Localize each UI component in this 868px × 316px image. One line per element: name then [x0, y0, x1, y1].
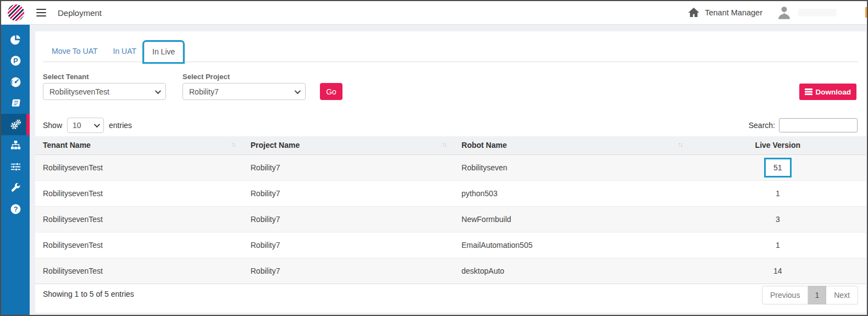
search-label: Search: [749, 121, 775, 130]
user-avatar-icon[interactable] [777, 5, 792, 20]
app-window: Deployment Tenant Manager P [0, 0, 868, 316]
app-logo [6, 3, 26, 22]
cell-tenant: RobilitysevenTest [35, 206, 243, 232]
project-select-value: Robility7 [189, 87, 219, 96]
entries-label: entries [109, 121, 132, 130]
sidebar-item-help[interactable]: ? [1, 198, 30, 220]
cell-robot: EmailAutomation505 [454, 232, 690, 258]
cell-project: Robility7 [243, 232, 454, 258]
sort-icon[interactable]: ↑↓ [678, 141, 682, 148]
table-header-row: Tenant Name↑↓ Project Name↑↓ Robot Name↑… [35, 136, 866, 154]
tenant-select[interactable]: RobilitysevenTest [43, 83, 166, 100]
page-size-value: 10 [73, 121, 81, 130]
show-label: Show [43, 121, 62, 130]
cell-tenant: RobilitysevenTest [35, 258, 243, 284]
wrench-icon [10, 182, 21, 193]
cell-version: 1 [690, 232, 866, 258]
cell-version: 1 [690, 180, 866, 206]
active-item-accent-bar [26, 114, 30, 135]
table-row[interactable]: RobilitysevenTest Robility7 Robilityseve… [35, 154, 866, 180]
page-size-select[interactable]: 10 [67, 118, 104, 133]
tab-move-to-uat[interactable]: Move To UAT [44, 42, 106, 62]
download-button[interactable]: Download [799, 84, 857, 100]
pagination: Previous 1 Next [762, 286, 858, 304]
home-icon[interactable] [688, 7, 700, 18]
search-control: Search: [749, 118, 858, 132]
column-header-live-version[interactable]: Live Version [690, 136, 866, 154]
download-button-label: Download [816, 88, 852, 96]
cell-tenant: RobilitysevenTest [35, 232, 243, 258]
cell-project: Robility7 [243, 258, 454, 284]
circle-p-icon: P [10, 55, 21, 66]
cell-version: 14 [690, 258, 866, 284]
clipped-edge-element [865, 7, 867, 18]
content-card: Move To UAT In UAT In Live Select Tenant… [35, 31, 866, 313]
sort-icon[interactable]: ↑↓ [231, 141, 235, 148]
current-page-button[interactable]: 1 [808, 286, 826, 304]
sidebar-item-deployment[interactable] [1, 114, 30, 135]
cell-robot: desktopAuto [454, 258, 690, 284]
project-select[interactable]: Robility7 [183, 83, 306, 100]
sidebar-item-process[interactable]: P [1, 51, 30, 72]
top-bar: Deployment Tenant Manager [1, 1, 867, 25]
column-header-robot-name[interactable]: Robot Name↑↓ [454, 136, 690, 154]
book-icon [10, 97, 21, 109]
chevron-down-icon [155, 87, 161, 93]
page-title: Deployment [58, 8, 102, 18]
tenant-manager-label: Tenant Manager [705, 8, 762, 17]
svg-text:?: ? [13, 206, 18, 213]
table-row[interactable]: RobilitysevenTest Robility7 NewFormbuild… [35, 206, 866, 232]
previous-page-button[interactable]: Previous [762, 286, 808, 304]
cell-version: 51 [690, 154, 866, 180]
deployment-tabs: Move To UAT In UAT In Live [43, 42, 858, 62]
sidebar-item-preferences[interactable] [1, 156, 30, 178]
sidebar-item-tools[interactable] [1, 178, 30, 199]
search-input[interactable] [779, 118, 858, 132]
select-tenant-label: Select Tenant [43, 73, 89, 81]
column-header-tenant-name[interactable]: Tenant Name↑↓ [35, 136, 243, 154]
cell-tenant: RobilitysevenTest [35, 180, 243, 206]
sidebar-item-logs[interactable] [1, 93, 30, 114]
page-size-control: Show 10 entries [43, 118, 132, 133]
cell-robot: Robilityseven [454, 154, 690, 180]
sliders-icon [10, 161, 21, 173]
pie-chart-icon [10, 34, 21, 46]
spreadsheet-icon [805, 88, 812, 95]
sidebar-nav: P [1, 25, 30, 315]
cell-version: 3 [690, 206, 866, 232]
table-row[interactable]: RobilitysevenTest Robility7 python503 1 [35, 180, 866, 206]
table-row[interactable]: RobilitysevenTest Robility7 EmailAutomat… [35, 232, 866, 258]
svg-text:P: P [13, 57, 18, 65]
sidebar-item-hierarchy[interactable] [1, 135, 30, 157]
logo-stripes-icon [8, 4, 24, 21]
gauge-icon [10, 76, 21, 88]
next-page-button[interactable]: Next [826, 286, 858, 304]
table-row[interactable]: RobilitysevenTest Robility7 desktopAuto … [35, 258, 866, 284]
tenant-select-value: RobilitysevenTest [49, 87, 109, 96]
select-project-label: Select Project [183, 73, 230, 81]
cell-project: Robility7 [243, 206, 454, 232]
cell-robot: NewFormbuild [454, 206, 690, 232]
sidebar-item-dashboard[interactable] [1, 29, 30, 51]
help-icon: ? [10, 203, 21, 215]
topbar-right: Tenant Manager [688, 5, 867, 20]
cell-robot: python503 [454, 180, 690, 206]
go-button[interactable]: Go [320, 83, 342, 100]
sitemap-icon [10, 140, 21, 151]
chevron-down-icon [94, 121, 100, 127]
sort-icon[interactable]: ↑↓ [442, 141, 446, 148]
cogs-icon [10, 119, 21, 130]
deployments-table: Tenant Name↑↓ Project Name↑↓ Robot Name↑… [35, 136, 866, 284]
username-redacted [798, 9, 837, 16]
tab-in-live[interactable]: In Live [144, 42, 183, 62]
menu-toggle-icon[interactable] [36, 9, 46, 16]
sidebar-item-monitor[interactable] [1, 71, 30, 93]
chevron-down-icon [295, 87, 301, 93]
cell-tenant: RobilitysevenTest [35, 154, 243, 180]
column-header-project-name[interactable]: Project Name↑↓ [243, 136, 454, 154]
entries-summary: Showing 1 to 5 of 5 entries [43, 290, 134, 298]
tab-in-uat[interactable]: In UAT [106, 42, 145, 62]
cell-project: Robility7 [243, 180, 454, 206]
cell-project: Robility7 [243, 154, 454, 180]
version-highlight-box: 51 [764, 158, 792, 178]
